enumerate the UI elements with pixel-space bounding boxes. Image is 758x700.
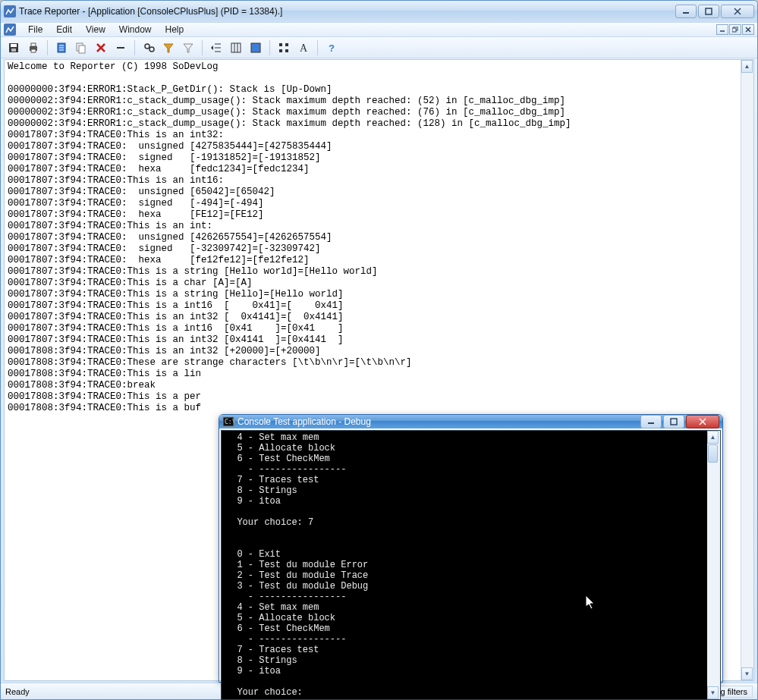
- minus-icon[interactable]: [112, 39, 129, 56]
- menu-window[interactable]: Window: [113, 24, 158, 36]
- filter2-icon[interactable]: [180, 39, 197, 56]
- svg-rect-15: [31, 43, 36, 46]
- scroll-down-icon[interactable]: ▼: [707, 686, 719, 699]
- separator: [269, 40, 270, 55]
- mdi-restore[interactable]: [729, 24, 741, 35]
- delete-icon[interactable]: [93, 39, 109, 56]
- document-icon[interactable]: [53, 39, 70, 56]
- scroll-up-icon[interactable]: ▲: [741, 60, 753, 73]
- font-icon[interactable]: A: [295, 39, 312, 56]
- console-icon: C:\: [222, 416, 234, 428]
- svg-rect-12: [11, 44, 17, 47]
- svg-rect-16: [31, 49, 36, 52]
- app-icon: [4, 5, 16, 17]
- svg-rect-13: [11, 49, 16, 52]
- svg-text:A: A: [300, 42, 308, 54]
- grid-icon[interactable]: [275, 39, 292, 56]
- console-close-button[interactable]: [686, 415, 719, 428]
- svg-rect-2: [706, 8, 712, 14]
- scrollbar-thumb[interactable]: [708, 444, 718, 463]
- menu-file[interactable]: File: [22, 24, 49, 36]
- vertical-scrollbar[interactable]: ▲ ▼: [741, 60, 753, 680]
- main-window-controls: [675, 5, 754, 18]
- svg-point-27: [149, 47, 154, 52]
- svg-rect-36: [285, 43, 288, 46]
- maximize-button[interactable]: [698, 5, 719, 18]
- mdi-controls: [716, 24, 754, 35]
- copy-icon[interactable]: [73, 39, 90, 56]
- menu-help[interactable]: Help: [159, 24, 190, 36]
- print-icon[interactable]: [25, 39, 42, 56]
- minimize-button[interactable]: [675, 5, 697, 18]
- svg-rect-37: [279, 49, 282, 52]
- main-titlebar[interactable]: Trace Reporter - [Application [ConsoleCP…: [1, 1, 757, 22]
- console-maximize-button[interactable]: [663, 415, 684, 428]
- console-window: C:\ Console Test application - Debug 4 -…: [219, 414, 723, 683]
- menubar: File Edit View Window Help: [1, 22, 757, 37]
- svg-rect-34: [251, 43, 260, 52]
- svg-rect-44: [671, 419, 677, 425]
- separator: [47, 40, 48, 55]
- svg-point-26: [145, 44, 149, 49]
- scroll-up-icon[interactable]: ▲: [707, 431, 719, 444]
- console-minimize-button[interactable]: [640, 415, 662, 428]
- scroll-down-icon[interactable]: ▼: [741, 667, 753, 680]
- svg-text:C:\: C:\: [225, 419, 234, 425]
- menu-view[interactable]: View: [80, 24, 112, 36]
- svg-rect-31: [231, 43, 241, 52]
- svg-rect-38: [285, 49, 288, 52]
- outdent-icon[interactable]: [208, 39, 225, 56]
- svg-rect-22: [79, 46, 85, 53]
- svg-rect-8: [732, 28, 736, 32]
- console-window-controls: [640, 415, 719, 428]
- save-icon[interactable]: [5, 39, 22, 56]
- close-button[interactable]: [721, 5, 754, 18]
- separator: [317, 40, 318, 55]
- find-icon[interactable]: [140, 39, 157, 56]
- mdi-minimize[interactable]: [716, 24, 728, 35]
- menu-edit[interactable]: Edit: [50, 24, 78, 36]
- svg-rect-35: [279, 43, 282, 46]
- console-output[interactable]: 4 - Set max mem 5 - Allocate block 6 - T…: [222, 431, 707, 699]
- main-title: Trace Reporter - [Application [ConsoleCP…: [19, 6, 675, 17]
- mdi-close[interactable]: [742, 24, 754, 35]
- svg-text:?: ?: [329, 42, 335, 54]
- mdi-icon: [4, 24, 16, 36]
- console-scrollbar[interactable]: ▲ ▼: [707, 431, 720, 699]
- console-titlebar[interactable]: C:\ Console Test application - Debug: [219, 415, 722, 428]
- separator: [202, 40, 203, 55]
- separator: [134, 40, 135, 55]
- columns-icon[interactable]: [228, 39, 244, 56]
- console-title: Console Test application - Debug: [237, 416, 640, 427]
- full-icon[interactable]: [247, 39, 264, 56]
- console-body: 4 - Set max mem 5 - Allocate block 6 - T…: [221, 430, 721, 700]
- filter-icon[interactable]: [160, 39, 177, 56]
- help-icon[interactable]: ?: [323, 39, 340, 56]
- toolbar: A ?: [1, 37, 757, 58]
